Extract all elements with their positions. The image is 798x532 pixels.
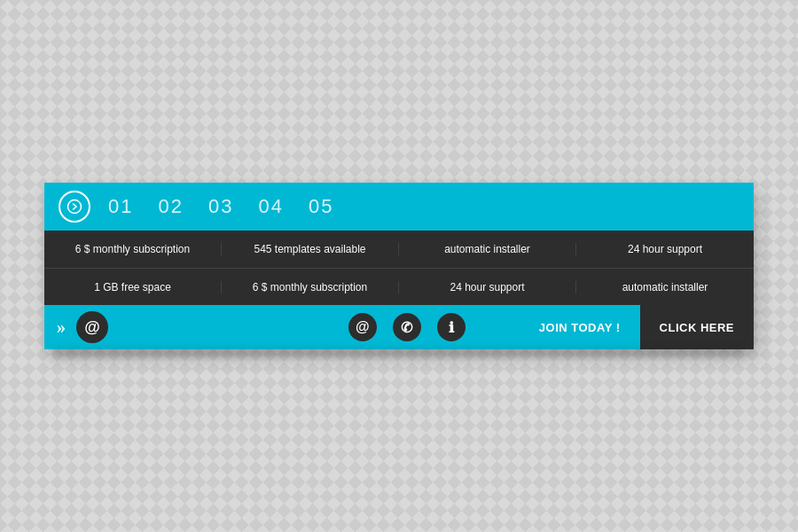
tab-05[interactable]: 05 bbox=[309, 195, 333, 218]
info-icon[interactable]: ℹ bbox=[437, 313, 466, 341]
feature-2-3: 24 hour support bbox=[399, 281, 576, 293]
feature-2-4: automatic installer bbox=[576, 281, 754, 293]
features-row-1: 6 $ monthly subscription 545 templates a… bbox=[44, 231, 754, 268]
double-arrow-icon: » bbox=[57, 318, 66, 336]
tab-list: 01 02 03 04 05 bbox=[108, 195, 333, 218]
at-icon-left[interactable]: @ bbox=[76, 311, 108, 343]
main-card: 01 02 03 04 05 6 $ monthly subscription … bbox=[44, 183, 754, 349]
feature-1-1: 6 $ monthly subscription bbox=[44, 243, 222, 255]
feature-1-2: 545 templates available bbox=[222, 243, 399, 255]
click-here-button[interactable]: CLICK HERE bbox=[640, 305, 754, 349]
tab-01[interactable]: 01 bbox=[108, 195, 133, 218]
svg-point-0 bbox=[68, 200, 82, 214]
feature-2-1: 1 GB free space bbox=[44, 281, 222, 293]
action-bar: » @ @ ✆ ℹ JOIN TODAY ! CLICK HERE bbox=[44, 305, 754, 349]
tab-02[interactable]: 02 bbox=[158, 195, 183, 218]
tab-04[interactable]: 04 bbox=[258, 195, 283, 218]
features-row-2: 1 GB free space 6 $ monthly subscription… bbox=[44, 268, 754, 305]
at-icon-center[interactable]: @ bbox=[348, 313, 377, 341]
arrow-circle[interactable] bbox=[59, 191, 90, 223]
action-left: » @ bbox=[44, 311, 294, 343]
join-today-button[interactable]: JOIN TODAY ! bbox=[520, 305, 640, 349]
feature-2-2: 6 $ monthly subscription bbox=[222, 281, 399, 293]
action-icons: @ ✆ ℹ bbox=[294, 313, 520, 341]
tab-03[interactable]: 03 bbox=[208, 195, 233, 218]
feature-1-4: 24 hour support bbox=[576, 243, 754, 255]
action-right: JOIN TODAY ! CLICK HERE bbox=[520, 305, 754, 349]
tab-bar: 01 02 03 04 05 bbox=[44, 183, 754, 231]
phone-icon[interactable]: ✆ bbox=[393, 313, 421, 341]
feature-1-3: automatic installer bbox=[399, 243, 576, 255]
